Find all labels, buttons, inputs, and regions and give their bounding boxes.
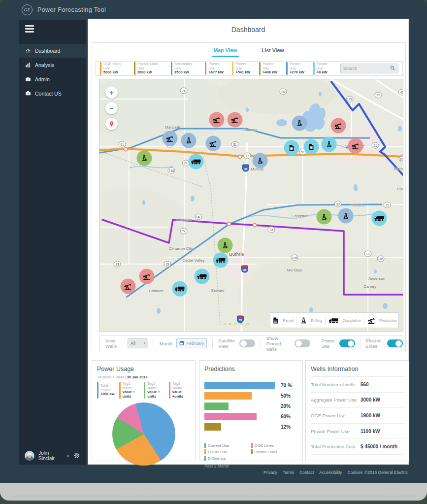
legend-item: Secondary Line1500 kW	[171, 62, 199, 75]
well-marker-permit[interactable]	[284, 140, 299, 156]
electric-lines-toggle[interactable]	[387, 339, 403, 347]
wells-info-row: Aggregate Power Use3000 kW	[311, 393, 404, 408]
legend-item: Power Use>677 kW	[205, 62, 226, 75]
well-marker-truck[interactable]	[372, 211, 387, 226]
road-shield: 33	[384, 202, 391, 208]
search-input[interactable]	[343, 66, 390, 71]
month-value: February	[186, 341, 204, 346]
map-section: Map View List View OGE Main Line5000 kWP…	[92, 42, 406, 351]
wells-rows: Total Number of wells560Aggregate Power …	[311, 377, 404, 455]
road-shield: 77	[375, 92, 382, 99]
prediction-bar-row: 60%	[204, 411, 297, 422]
road-shield: 33	[334, 201, 342, 207]
well-marker-derrick[interactable]	[317, 209, 332, 225]
sidebar-item-label: Admin	[35, 76, 50, 82]
map-city-label: Cimarron City	[169, 246, 193, 251]
footer-link-accessibility[interactable]: Accessibility	[319, 470, 342, 475]
sidebar-item-admin[interactable]: Admin	[19, 72, 86, 86]
road-shield: 35	[241, 266, 248, 273]
predictions-legend: Current UseFuture UseDifferenceOGE Lines…	[204, 443, 297, 461]
road-shield: 51	[119, 141, 126, 148]
footer-links: PrivacyTermsContactAccessibilityCookies	[263, 470, 362, 475]
map-city-label: Carney	[363, 284, 376, 289]
legend-color-chip	[171, 62, 172, 75]
sidebar-item-dashboard[interactable]: Dashboard	[19, 44, 86, 58]
well-marker-truck[interactable]	[195, 269, 210, 284]
toggle-label: Satellite View	[218, 338, 235, 349]
ge-logo-icon: GE	[22, 4, 33, 15]
well-marker-pumpjack[interactable]	[331, 118, 346, 134]
user-menu[interactable]: John Sinclair ∧	[19, 447, 86, 465]
zoom-out-button[interactable]: −	[105, 102, 118, 114]
page-title: Dashboard	[88, 19, 408, 34]
footer-link-cookies[interactable]: Cookies	[348, 470, 363, 475]
legend-bar: OGE Main Line5000 kWPrivate Main Line200…	[96, 61, 403, 76]
month-label: Month	[160, 341, 172, 346]
bar-chart-icon	[25, 62, 31, 68]
wells-info-row: OGE Power Use1900 kW	[311, 408, 404, 424]
month-input[interactable]: February	[176, 338, 207, 348]
well-marker-truck[interactable]	[213, 253, 229, 268]
legend-color-chip	[100, 62, 101, 75]
zoom-in-button[interactable]: +	[105, 86, 118, 99]
well-marker-derrick[interactable]	[253, 153, 268, 168]
pin-button[interactable]	[105, 118, 118, 130]
monitor-bezel	[0, 483, 427, 501]
well-marker-derrick[interactable]	[218, 238, 233, 253]
well-marker-pumpjack[interactable]	[206, 136, 221, 151]
footer-link-contact[interactable]: Contact	[299, 470, 314, 475]
power-use-toggle[interactable]	[339, 339, 355, 347]
predictions-bar-chart: 70 %50%20%60%12%	[204, 380, 297, 432]
app-screen: GE Power Forecasting Tool Dashboard Anal…	[0, 0, 427, 483]
well-marker-derrick[interactable]	[137, 151, 152, 166]
view-wells-dropdown[interactable]: All ▾	[128, 338, 148, 348]
show-pinned-wells-toggle[interactable]	[295, 339, 310, 347]
footer-link-privacy[interactable]: Privacy	[263, 470, 277, 475]
legend-color-chip	[232, 62, 233, 75]
well-marker-pumpjack[interactable]	[163, 131, 178, 146]
map[interactable]: MarshallOrlandoStillwaterMulhallMehanRip…	[99, 79, 403, 332]
well-marker-derrick[interactable]	[181, 133, 197, 148]
card-title: Power Usage	[97, 366, 190, 372]
predictions-legend-item: OGE Lines	[251, 443, 298, 448]
well-marker-pumpjack[interactable]	[228, 112, 243, 128]
satellite-view-toggle[interactable]	[239, 339, 255, 347]
map-zoom-controls: + −	[105, 86, 118, 130]
sidebar-item-label: Analysis	[35, 62, 54, 68]
well-marker-truck[interactable]	[172, 281, 188, 297]
well-marker-derrick[interactable]	[322, 137, 337, 152]
pie-legend-item: Total Power1206 kw	[97, 382, 116, 399]
well-marker-derrick[interactable]	[338, 208, 354, 224]
toggle-label: Electric Lines	[366, 338, 383, 349]
well-marker-pumpjack[interactable]	[121, 279, 136, 294]
sidebar-item-analysis[interactable]: Analysis	[19, 58, 86, 72]
legend-color-chip	[134, 62, 135, 75]
well-marker-pumpjack[interactable]	[139, 269, 155, 284]
hamburger-menu-icon[interactable]	[19, 20, 86, 39]
road-shield: 105	[377, 256, 385, 262]
map-city-label: Anderson	[368, 276, 385, 281]
legend-item: Private Main Line2000 kW	[134, 62, 164, 75]
map-city-label: Mehan	[394, 167, 403, 171]
tab-map-view[interactable]: Map View	[212, 47, 239, 57]
road-shield: 86	[280, 89, 287, 95]
map-marker-legend: - Permit- Drilling- Completion- Producti…	[270, 312, 399, 328]
road-shield: 51	[372, 142, 379, 149]
well-marker-pumpjack[interactable]	[348, 138, 363, 154]
predictions-footnote: Past 1 Month	[204, 464, 297, 469]
map-city-label: Guthrie	[229, 251, 244, 257]
gauge-icon	[25, 47, 31, 54]
search-box[interactable]	[340, 64, 398, 73]
legend-color-chip	[205, 62, 207, 75]
road-shield: 35	[237, 316, 244, 323]
well-marker-pumpjack[interactable]	[209, 112, 225, 128]
gear-icon[interactable]	[73, 452, 80, 460]
tab-list-view[interactable]: List View	[260, 47, 286, 57]
footer-link-terms[interactable]: Terms	[283, 470, 294, 475]
sidebar-item-contact-us[interactable]: Contact US	[19, 87, 86, 101]
sidebar-item-label: Dashboard	[35, 48, 60, 54]
well-marker-truck[interactable]	[189, 154, 204, 169]
well-marker-permit[interactable]	[304, 139, 319, 155]
well-marker-derrick[interactable]	[292, 116, 307, 131]
wells-info-row: Total Number of wells560	[311, 377, 404, 393]
